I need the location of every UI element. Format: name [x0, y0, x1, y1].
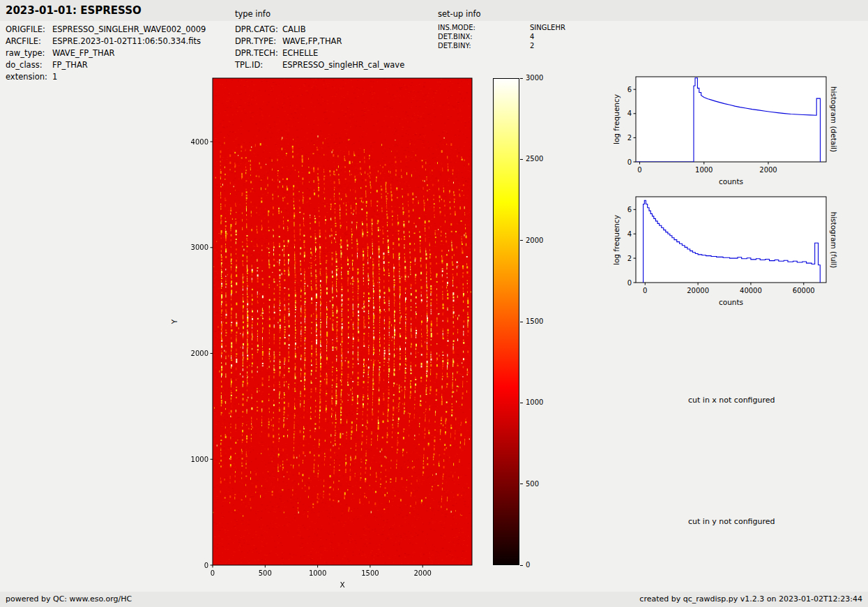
hist-detail-y-tick-label: 6: [627, 86, 632, 93]
colorbar: [493, 78, 519, 565]
hist-full-y-tick-label: 2: [627, 255, 632, 262]
detector-axes-x-tick-label: 0: [211, 569, 215, 577]
detector-axes-x-tick-label: 1000: [309, 569, 326, 577]
detector-axes-y-tick-label: 0: [204, 562, 208, 569]
detector-axes-x-tick-label: 500: [259, 569, 272, 577]
detector-axes-y-tick-label: 4000: [191, 138, 208, 146]
hist-full-y-tick-label: 6: [627, 206, 632, 213]
colorbar-tick-mark: [520, 403, 523, 403]
colorbar-tick-label: 2500: [526, 155, 543, 163]
colorbar-tick-label: 0: [526, 561, 530, 569]
detector-y-axis-label: Y: [170, 320, 178, 324]
hist-detail-x-axis-label: counts: [719, 177, 743, 186]
hist-detail-x-tick-label: 1000: [695, 166, 713, 174]
hist-full-x-tick-label: 60000: [793, 287, 815, 294]
detector-axes-x-axis-label: X: [340, 580, 344, 589]
hist-detail-y-tick-label: 4: [627, 110, 632, 117]
footer-created-by: created by qc_rawdisp.py v1.2.3 on 2023-…: [639, 594, 862, 604]
hist-detail-x-tick-label: 2000: [759, 166, 777, 174]
hist-full-plot-box: [636, 197, 826, 283]
footer-credit: powered by QC: www.eso.org/HC: [6, 594, 132, 604]
cut-x-message: cut in x not configured: [688, 396, 775, 405]
colorbar-tick-mark: [520, 159, 523, 160]
hist-detail-y-tick-label: 2: [627, 134, 632, 142]
hist-full-curve: [644, 200, 821, 283]
hist-full-x-tick-label: 20000: [687, 287, 709, 294]
colorbar-tick-mark: [520, 322, 523, 322]
detector-image: [213, 78, 472, 565]
hist-detail-y-axis-label: log frequency: [612, 94, 620, 144]
figure-area: Y 050010001500200025003000 log frequency…: [0, 0, 868, 607]
colorbar-tick-label: 2000: [526, 237, 543, 245]
detector-axes-y-tick-label: 3000: [191, 243, 208, 251]
detector-axes-y-tick-label: 2000: [191, 350, 208, 357]
hist-full-title: histogram (full): [830, 212, 838, 269]
qc-report-page: 2023-01-01: ESPRESSO type info set-up in…: [0, 0, 868, 607]
hist-detail-plot-box: [636, 77, 826, 162]
hist-detail-y-tick-label: 0: [627, 158, 632, 166]
hist-detail-curve: [636, 78, 821, 162]
hist-detail-title: histogram (detail): [830, 87, 838, 152]
hist-detail-plot: 0100020000246counts: [604, 70, 835, 190]
colorbar-tick-label: 1000: [526, 398, 543, 407]
colorbar-tick-mark: [520, 565, 523, 566]
colorbar-tick-mark: [520, 484, 523, 484]
detector-axes-y-tick-label: 1000: [191, 456, 208, 463]
colorbar-tick-label: 500: [526, 480, 539, 488]
hist-full-x-tick-label: 0: [643, 287, 647, 294]
hist-full-plot: 02000040000600000246counts: [604, 190, 835, 310]
hist-full-x-axis-label: counts: [719, 298, 743, 306]
detector-axes-x-tick-label: 2000: [413, 569, 431, 577]
colorbar-tick-mark: [520, 78, 523, 79]
hist-full-y-axis-label: log frequency: [612, 215, 620, 265]
cut-y-message: cut in y not configured: [688, 517, 775, 526]
hist-full-y-tick-label: 0: [627, 279, 632, 287]
colorbar-tick-mark: [520, 240, 523, 241]
colorbar-tick-label: 1500: [526, 317, 543, 326]
hist-full-x-tick-label: 40000: [740, 287, 762, 294]
colorbar-tick-label: 3000: [526, 74, 543, 82]
hist-detail-x-tick-label: 0: [637, 166, 641, 174]
detector-axes-x-tick-label: 1500: [361, 569, 379, 577]
hist-full-y-tick-label: 4: [627, 230, 632, 238]
